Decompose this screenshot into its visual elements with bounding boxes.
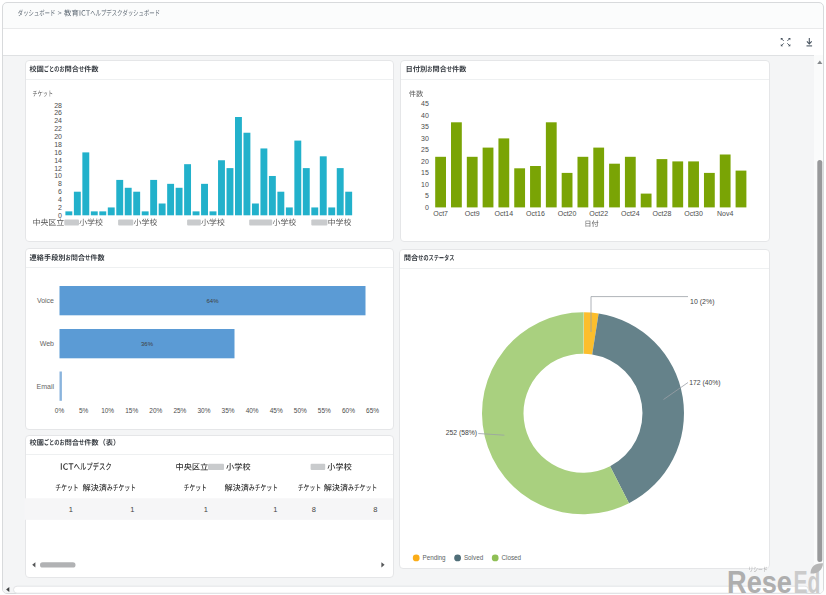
svg-text:30: 30 xyxy=(421,135,429,142)
svg-text:40%: 40% xyxy=(246,407,259,414)
svg-text:Closed: Closed xyxy=(502,554,522,561)
svg-text:10: 10 xyxy=(54,172,62,179)
svg-text:10 (2%): 10 (2%) xyxy=(690,298,715,306)
svg-text:45: 45 xyxy=(421,100,429,107)
svg-text:18: 18 xyxy=(54,141,62,148)
svg-text:Oct24: Oct24 xyxy=(621,210,640,217)
svg-text:16: 16 xyxy=(54,149,62,156)
svg-text:35%: 35% xyxy=(222,407,235,414)
svg-text:35: 35 xyxy=(421,123,429,130)
svg-text:1: 1 xyxy=(69,505,73,514)
svg-text:36%: 36% xyxy=(141,341,154,347)
svg-text:Nov4: Nov4 xyxy=(717,210,733,217)
svg-text:Solved: Solved xyxy=(464,554,484,561)
svg-text:20: 20 xyxy=(54,133,62,140)
svg-text:14: 14 xyxy=(54,157,62,164)
svg-text:Email: Email xyxy=(36,383,54,390)
svg-text:8: 8 xyxy=(58,180,62,187)
svg-text:30%: 30% xyxy=(197,407,210,414)
svg-text:15%: 15% xyxy=(125,407,138,414)
svg-text:6: 6 xyxy=(58,188,62,195)
svg-text:20: 20 xyxy=(421,158,429,165)
svg-text:2: 2 xyxy=(58,204,62,211)
svg-text:28: 28 xyxy=(54,102,62,109)
svg-text:24: 24 xyxy=(54,117,62,124)
svg-text:Pending: Pending xyxy=(423,554,447,562)
svg-text:8: 8 xyxy=(373,505,377,514)
svg-text:22: 22 xyxy=(54,125,62,132)
svg-text:0%: 0% xyxy=(55,407,65,414)
svg-text:26: 26 xyxy=(54,109,62,116)
svg-text:25: 25 xyxy=(421,146,429,153)
svg-text:8: 8 xyxy=(312,505,316,514)
svg-text:Oct22: Oct22 xyxy=(589,210,608,217)
svg-text:10%: 10% xyxy=(101,407,114,414)
svg-text:1: 1 xyxy=(130,505,134,514)
svg-text:Oct16: Oct16 xyxy=(526,210,545,217)
svg-text:252 (58%): 252 (58%) xyxy=(446,429,477,437)
svg-text:5%: 5% xyxy=(79,407,89,414)
svg-text:64%: 64% xyxy=(206,298,219,304)
svg-text:5: 5 xyxy=(425,192,429,199)
svg-text:Oct9: Oct9 xyxy=(465,210,480,217)
svg-text:25%: 25% xyxy=(173,407,186,414)
svg-text:Oct7: Oct7 xyxy=(433,210,448,217)
svg-text:40: 40 xyxy=(421,112,429,119)
svg-text:65%: 65% xyxy=(366,407,379,414)
svg-text:45%: 45% xyxy=(270,407,283,414)
svg-text:0: 0 xyxy=(58,212,62,219)
svg-text:0: 0 xyxy=(425,204,429,211)
svg-text:1: 1 xyxy=(273,505,277,514)
svg-text:15: 15 xyxy=(421,169,429,176)
svg-text:Oct14: Oct14 xyxy=(494,210,513,217)
svg-text:Oct28: Oct28 xyxy=(653,210,672,217)
svg-text:4: 4 xyxy=(58,196,62,203)
svg-text:10: 10 xyxy=(421,181,429,188)
svg-text:50%: 50% xyxy=(294,407,307,414)
svg-text:60%: 60% xyxy=(342,407,355,414)
svg-text:Oct30: Oct30 xyxy=(684,210,703,217)
svg-text:Voice: Voice xyxy=(37,297,54,304)
svg-text:20%: 20% xyxy=(149,407,162,414)
svg-text:Oct20: Oct20 xyxy=(558,210,577,217)
svg-text:55%: 55% xyxy=(318,407,331,414)
svg-text:Web: Web xyxy=(40,340,54,347)
svg-text:1: 1 xyxy=(204,505,208,514)
svg-text:172 (40%): 172 (40%) xyxy=(689,379,720,387)
svg-text:12: 12 xyxy=(54,165,62,172)
